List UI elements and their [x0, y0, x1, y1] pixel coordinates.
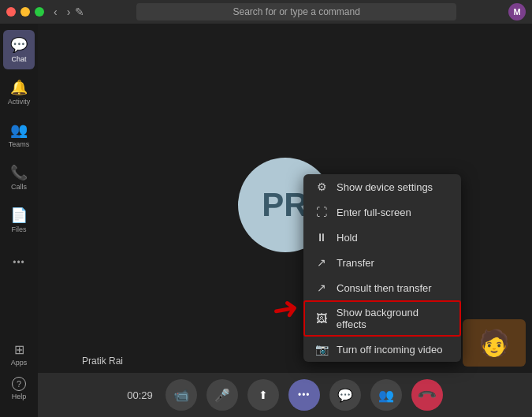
search-placeholder: Search for or type a command — [233, 6, 359, 17]
menu-item-consult-transfer[interactable]: ↗ Consult then transfer — [303, 275, 461, 300]
fullscreen-icon: ⛶ — [314, 206, 329, 218]
share-icon: ⬆ — [259, 389, 268, 401]
self-video-preview: 🧑 — [463, 319, 526, 367]
menu-item-transfer[interactable]: ↗ Transfer — [303, 250, 461, 275]
video-icon: 📹 — [173, 388, 189, 403]
end-call-button[interactable]: 📞 — [411, 379, 443, 411]
sidebar-item-help[interactable]: ? Help — [3, 373, 35, 404]
turn-off-video-icon: 📷 — [314, 343, 329, 356]
background-effects-icon: 🖼 — [314, 312, 329, 325]
sidebar-bottom: ⊞ Apps ? Help — [3, 338, 35, 411]
sidebar-item-more[interactable]: ••• — [3, 243, 35, 282]
chat-button[interactable]: 💬 — [329, 379, 361, 411]
close-button[interactable] — [6, 7, 16, 17]
menu-item-device-settings[interactable]: ⚙ Show device settings — [303, 174, 461, 199]
profile-emoji: 🧑 — [478, 328, 510, 358]
mic-toggle-button[interactable]: 🎤 — [206, 379, 238, 411]
sidebar-item-activity[interactable]: 🔔 Activity — [3, 73, 35, 112]
search-bar[interactable]: Search for or type a command — [136, 3, 456, 20]
more-icon: ••• — [13, 257, 25, 268]
menu-item-turn-off-video[interactable]: 📷 Turn off incoming video — [303, 337, 461, 362]
menu-item-hold[interactable]: ⏸ Hold — [303, 225, 461, 250]
sidebar-item-apps[interactable]: ⊞ Apps — [3, 338, 35, 370]
user-info: Pratik Rai — [82, 356, 123, 367]
participants-icon: 👥 — [378, 388, 394, 403]
participants-button[interactable]: 👥 — [370, 379, 402, 411]
context-menu: ⚙ Show device settings ⛶ Enter full-scre… — [303, 174, 461, 362]
title-bar: ‹ › ✎ Search for or type a command M — [0, 0, 532, 24]
help-icon: ? — [12, 377, 26, 391]
main-layout: 💬 Chat 🔔 Activity 👥 Teams 📞 Calls 📄 File… — [0, 24, 532, 417]
call-timer: 00:29 — [127, 389, 153, 401]
call-controls-bar: 00:29 📹 🎤 ⬆ ••• 💬 👥 📞 — [38, 373, 532, 417]
calls-icon: 📞 — [10, 164, 28, 181]
hold-icon: ⏸ — [314, 231, 329, 244]
activity-icon: 🔔 — [10, 79, 28, 96]
more-options-icon: ••• — [298, 389, 311, 400]
share-screen-button[interactable]: ⬆ — [247, 379, 279, 411]
menu-item-fullscreen[interactable]: ⛶ Enter full-screen — [303, 199, 461, 225]
transfer-icon: ↗ — [314, 256, 329, 269]
device-settings-icon: ⚙ — [314, 181, 329, 193]
red-arrow-indicator: ➜ — [269, 288, 301, 328]
sidebar: 💬 Chat 🔔 Activity 👥 Teams 📞 Calls 📄 File… — [0, 24, 38, 417]
edit-button[interactable]: ✎ — [75, 6, 84, 18]
apps-icon: ⊞ — [14, 342, 24, 357]
sidebar-item-chat[interactable]: 💬 Chat — [3, 30, 35, 69]
end-call-icon: 📞 — [416, 384, 438, 406]
menu-item-show-background[interactable]: 🖼 Show background effects — [303, 300, 461, 337]
files-icon: 📄 — [10, 207, 28, 224]
maximize-button[interactable] — [35, 7, 44, 17]
forward-button[interactable]: › — [67, 6, 71, 18]
chat-icon: 💬 — [10, 36, 28, 54]
sidebar-item-files[interactable]: 📄 Files — [3, 200, 35, 240]
consult-transfer-icon: ↗ — [314, 281, 329, 294]
chat-icon: 💬 — [337, 388, 353, 403]
minimize-button[interactable] — [20, 7, 30, 17]
back-button[interactable]: ‹ — [54, 6, 58, 18]
mic-icon: 🎤 — [214, 388, 230, 403]
call-area: PR ⚙ Show device settings ⛶ Enter full-s… — [38, 24, 532, 417]
sidebar-item-teams[interactable]: 👥 Teams — [3, 115, 35, 155]
sidebar-item-calls[interactable]: 📞 Calls — [3, 158, 35, 197]
user-avatar[interactable]: M — [508, 3, 526, 20]
video-toggle-button[interactable]: 📹 — [166, 379, 197, 411]
more-options-button[interactable]: ••• — [288, 379, 320, 411]
teams-icon: 👥 — [10, 121, 28, 139]
